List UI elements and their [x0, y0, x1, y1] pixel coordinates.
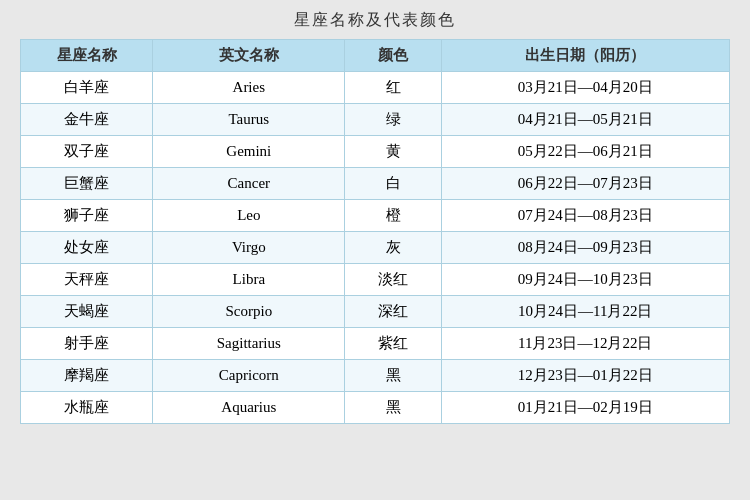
cell-date: 05月22日—06月21日 — [441, 136, 729, 168]
cell-en-name: Taurus — [153, 104, 345, 136]
cell-zh-name: 水瓶座 — [21, 392, 153, 424]
cell-date: 06月22日—07月23日 — [441, 168, 729, 200]
cell-color: 黑 — [345, 360, 441, 392]
table-row: 摩羯座Capricorn黑12月23日—01月22日 — [21, 360, 730, 392]
table-row: 白羊座Aries红03月21日—04月20日 — [21, 72, 730, 104]
header-zh-name: 星座名称 — [21, 40, 153, 72]
cell-date: 01月21日—02月19日 — [441, 392, 729, 424]
cell-zh-name: 狮子座 — [21, 200, 153, 232]
cell-en-name: Virgo — [153, 232, 345, 264]
cell-date: 09月24日—10月23日 — [441, 264, 729, 296]
cell-color: 淡红 — [345, 264, 441, 296]
cell-zh-name: 处女座 — [21, 232, 153, 264]
cell-en-name: Aries — [153, 72, 345, 104]
header-en-name: 英文名称 — [153, 40, 345, 72]
cell-color: 紫红 — [345, 328, 441, 360]
cell-date: 12月23日—01月22日 — [441, 360, 729, 392]
cell-color: 深红 — [345, 296, 441, 328]
cell-en-name: Scorpio — [153, 296, 345, 328]
cell-en-name: Leo — [153, 200, 345, 232]
table-row: 狮子座Leo橙07月24日—08月23日 — [21, 200, 730, 232]
cell-zh-name: 天秤座 — [21, 264, 153, 296]
cell-date: 04月21日—05月21日 — [441, 104, 729, 136]
header-date: 出生日期（阳历） — [441, 40, 729, 72]
cell-color: 黄 — [345, 136, 441, 168]
cell-date: 03月21日—04月20日 — [441, 72, 729, 104]
cell-date: 10月24日—11月22日 — [441, 296, 729, 328]
cell-color: 橙 — [345, 200, 441, 232]
cell-en-name: Aquarius — [153, 392, 345, 424]
cell-zh-name: 双子座 — [21, 136, 153, 168]
header-color: 颜色 — [345, 40, 441, 72]
cell-zh-name: 金牛座 — [21, 104, 153, 136]
table-row: 天秤座Libra淡红09月24日—10月23日 — [21, 264, 730, 296]
cell-en-name: Sagittarius — [153, 328, 345, 360]
table-row: 天蝎座Scorpio深红10月24日—11月22日 — [21, 296, 730, 328]
cell-en-name: Capricorn — [153, 360, 345, 392]
table-row: 巨蟹座Cancer白06月22日—07月23日 — [21, 168, 730, 200]
cell-date: 08月24日—09月23日 — [441, 232, 729, 264]
cell-zh-name: 射手座 — [21, 328, 153, 360]
cell-color: 白 — [345, 168, 441, 200]
table-header-row: 星座名称 英文名称 颜色 出生日期（阳历） — [21, 40, 730, 72]
cell-zh-name: 摩羯座 — [21, 360, 153, 392]
cell-zh-name: 天蝎座 — [21, 296, 153, 328]
cell-date: 11月23日—12月22日 — [441, 328, 729, 360]
page-title: 星座名称及代表颜色 — [294, 10, 456, 31]
table-row: 射手座Sagittarius紫红11月23日—12月22日 — [21, 328, 730, 360]
zodiac-table: 星座名称 英文名称 颜色 出生日期（阳历） 白羊座Aries红03月21日—04… — [20, 39, 730, 424]
cell-color: 黑 — [345, 392, 441, 424]
table-row: 水瓶座Aquarius黑01月21日—02月19日 — [21, 392, 730, 424]
cell-zh-name: 白羊座 — [21, 72, 153, 104]
cell-color: 绿 — [345, 104, 441, 136]
table-row: 处女座Virgo灰08月24日—09月23日 — [21, 232, 730, 264]
cell-en-name: Libra — [153, 264, 345, 296]
cell-zh-name: 巨蟹座 — [21, 168, 153, 200]
table-row: 金牛座Taurus绿04月21日—05月21日 — [21, 104, 730, 136]
cell-color: 红 — [345, 72, 441, 104]
table-row: 双子座Gemini黄05月22日—06月21日 — [21, 136, 730, 168]
cell-color: 灰 — [345, 232, 441, 264]
cell-date: 07月24日—08月23日 — [441, 200, 729, 232]
cell-en-name: Gemini — [153, 136, 345, 168]
cell-en-name: Cancer — [153, 168, 345, 200]
